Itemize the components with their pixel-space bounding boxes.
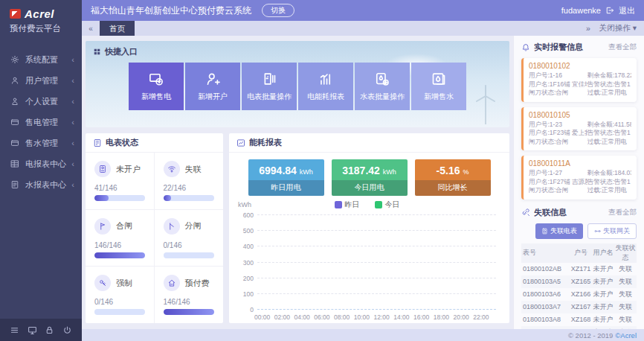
close-operations-dropdown[interactable]: 关闭操作 ▾ [599,23,637,34]
chart-plot-area: 0100200300400500600 [257,215,496,310]
wifi-off-icon [164,161,180,177]
quick-button-label: 新增售水 [424,92,454,102]
quick-button-5[interactable]: 新增售水 [411,63,466,110]
disconnect-title: 失联信息 [534,207,567,218]
table-cell: 01800103A6 [521,288,570,301]
table-cell: 失联 [614,275,637,288]
logout-button[interactable]: 退出 [619,5,635,16]
alert-card-1[interactable]: 0180010105 用户号:1-23剩余金额:411.58用户名:1F23铺 … [521,107,637,151]
alert-detail: 过载:正常用电 [587,186,631,195]
chart-legend: 昨日 今日 [235,199,499,211]
alert-card-0[interactable]: 0180010102 用户号:1-16剩余金额:178.22用户名:1F16铺 … [521,58,637,102]
alert-detail: 用户名:1F27铺 吉源屋 [529,178,587,187]
system-title: 福大怡山青年创新创业中心预付费云系统 [91,4,251,17]
sidebar-bottom-bar [0,319,82,341]
quick-button-0[interactable]: 新增售电 [129,63,184,110]
energy-bar-chart: kWh 昨日 今日 0100200300400500600 00:0002:00… [235,199,499,322]
table-row[interactable]: 01800103A6XZ166未开户失联 [521,288,637,301]
quick-button-label: 电表批量操作 [247,92,292,102]
alert-detail: 告警状态:告警1 [587,80,631,89]
alert-detail: 闸刀状态:合闸 [529,138,587,147]
table-cell: XZ171 [570,263,592,275]
legend-label: 今日 [385,200,400,210]
table-row[interactable]: 01800103A7XZ167未开户失联 [521,301,637,313]
sidebar-item-3[interactable]: 售电管理 ‹ [0,112,82,133]
sidebar-item-label: 电报表中心 [25,159,66,170]
disconnect-tab-1[interactable]: 失联网关 [587,223,637,239]
table-row[interactable]: 01800103A5XZ165未开户失联 [521,275,637,288]
table-cell: 未开户 [592,263,614,275]
meter-status-progress [164,252,215,258]
meter-status-value: 146/146 [94,241,145,249]
alerts-view-all-link[interactable]: 查看全部 [608,42,637,52]
right-panel: 实时报警信息 查看全部 0180010102 用户号:1-16剩余金额:178.… [513,36,644,329]
sidebar-item-label: 用户管理 [25,75,58,86]
meter-status-value: 0/146 [164,241,215,249]
username[interactable]: fudawenke [561,6,601,15]
quick-button-label: 新增售电 [141,92,171,102]
alert-detail: 用户名:1F23铺 爱上我的锅 [529,129,587,138]
quick-button-2[interactable]: 电表批量操作 [242,63,297,110]
alert-meter-id: 018001011A [529,159,631,168]
disconnect-view-all-link[interactable]: 查看全部 [608,208,637,217]
tab-home[interactable]: 首页 [100,21,135,36]
gridline-0: 0 [257,309,496,310]
energy-report-icon [318,71,333,86]
users-icon [10,76,19,85]
alert-card-2[interactable]: 018001011A 用户号:1-27剩余金额:184.03用户名:1F27铺 … [521,156,637,200]
alert-meter-id: 0180010105 [529,111,631,119]
main-column: 福大怡山青年创新创业中心预付费云系统 切换 fudawenke 退出 « 首页 … [82,0,644,341]
meter-status-label: 合闸 [116,220,132,232]
alert-detail: 剩余金额:178.22 [587,71,631,80]
x-tick-label: 18:00 [434,313,449,321]
table-row[interactable]: 01800102ABXZ171未开户失联 [521,263,637,275]
chevron-left-icon: ‹ [71,76,74,85]
table-row[interactable]: 01800103A8XZ168未开户失联 [521,313,637,326]
meter-status-progress [164,309,215,315]
legend-今日[interactable]: 今日 [375,200,400,210]
sidebar-item-4[interactable]: 售水管理 ‹ [0,133,82,153]
switch-button[interactable]: 切换 [262,4,294,17]
app-root: Acrel 预付费云平台 系统配置 ‹ 用户管理 ‹ 个人设置 ‹ 售电管理 ‹… [0,0,644,341]
quick-button-label: 电能耗报表 [307,92,344,102]
table-cell: 失联 [614,313,637,326]
menu-icon[interactable] [10,325,19,335]
quick-button-1[interactable]: 新增开户 [185,63,240,110]
disconnect-tab-0[interactable]: 失联电表 [535,223,583,239]
meter-status-label: 未开户 [116,164,141,175]
meter-status-cell-2: 合闸 146/146 [86,210,155,267]
power-icon[interactable] [62,325,72,335]
meter-status-label: 分闸 [185,220,202,232]
chart-icon [236,138,245,147]
meter-status-value: 41/146 [94,184,145,192]
sidebar-item-1[interactable]: 用户管理 ‹ [0,70,82,91]
x-tick-label: 22:00 [473,313,489,321]
meter-status-label: 预付费 [185,278,210,289]
sidebar-item-0[interactable]: 系统配置 ‹ [0,49,82,70]
tab-scroll-left[interactable]: « [82,25,100,33]
monitor-icon[interactable] [28,325,37,335]
switch-off-icon [164,218,180,235]
lock-icon[interactable] [45,325,54,335]
stat-label: 昨日用电 [248,180,324,196]
sidebar-item-label: 水报表中心 [25,179,66,191]
sidebar-item-5[interactable]: 电报表中心 ‹ [0,153,82,174]
table-cell: 01800103A8 [521,313,570,326]
quick-button-4[interactable]: 水表批量操作 [355,63,410,110]
legend-昨日[interactable]: 昨日 [335,200,360,210]
y-axis-unit-label: kWh [238,201,251,208]
stat-label: 同比增长 [415,180,491,196]
quick-button-3[interactable]: 电能耗报表 [298,63,353,110]
sidebar-item-2[interactable]: 个人设置 ‹ [0,91,82,112]
table-cell: XZ165 [570,275,592,288]
logout-icon[interactable] [605,6,614,15]
footer-brand-link[interactable]: ©Acrel [615,331,637,340]
tab-scroll-right[interactable]: » [586,24,590,33]
stat-value: 3187.42 kWh [332,159,408,180]
meter-status-icon [93,138,102,147]
grid-icon [10,159,19,168]
gateway-icon [594,228,601,235]
bell-icon [521,43,530,52]
table-cell: 未开户 [592,301,614,313]
sidebar-item-6[interactable]: 水报表中心 ‹ [0,174,82,195]
